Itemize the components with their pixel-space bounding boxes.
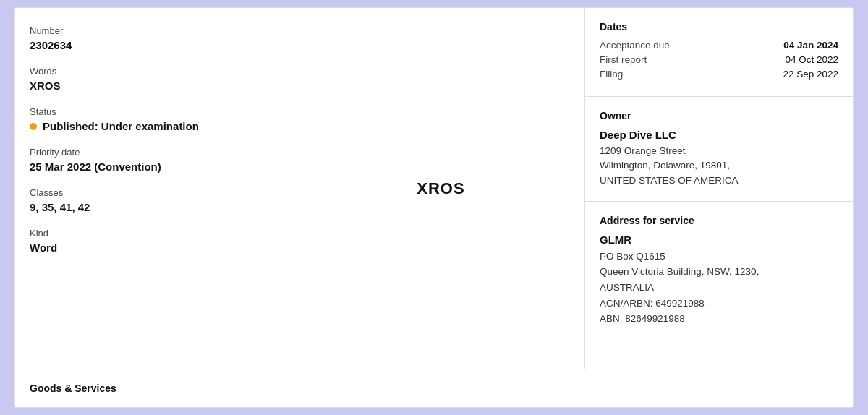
goods-services-title: Goods & Services — [30, 382, 838, 394]
service-line3: AUSTRALIA — [600, 282, 654, 293]
kind-group: Kind Word — [30, 228, 282, 254]
number-value: 2302634 — [30, 39, 282, 51]
filing-label: Filing — [600, 69, 623, 80]
kind-value: Word — [30, 241, 282, 254]
number-label: Number — [30, 25, 282, 36]
owner-address-line1: 1209 Orange Street — [600, 145, 686, 156]
dates-title: Dates — [600, 21, 838, 33]
service-section: Address for service GLMR PO Box Q1615 Qu… — [585, 202, 853, 340]
owner-section: Owner Deep Dive LLC 1209 Orange Street W… — [585, 97, 853, 202]
service-title: Address for service — [600, 215, 838, 226]
bottom-section: Goods & Services — [15, 369, 853, 407]
status-value: Published: Under examination — [43, 120, 199, 132]
service-address: PO Box Q1615 Queen Victoria Building, NS… — [600, 249, 838, 327]
priority-value: 25 Mar 2022 (Convention) — [30, 161, 282, 173]
priority-label: Priority date — [30, 147, 282, 158]
dates-section: Dates Acceptance due 04 Jan 2024 First r… — [585, 8, 853, 97]
first-report-label: First report — [600, 54, 647, 65]
status-dot-icon — [30, 123, 37, 130]
filing-value: 22 Sep 2022 — [783, 69, 838, 80]
classes-value: 9, 35, 41, 42 — [30, 201, 282, 213]
owner-address-line2: Wilmington, Delaware, 19801, — [600, 160, 730, 171]
left-panel: Number 2302634 Words XROS Status Publish… — [15, 8, 297, 369]
dates-table: Acceptance due 04 Jan 2024 First report … — [600, 40, 838, 80]
words-label: Words — [30, 66, 282, 77]
status-label: Status — [30, 106, 282, 117]
trademark-display: XROS — [417, 179, 464, 198]
classes-group: Classes 9, 35, 41, 42 — [30, 187, 282, 213]
acceptance-value: 04 Jan 2024 — [783, 40, 838, 51]
service-line1: PO Box Q1615 — [600, 251, 665, 262]
owner-name: Deep Dive LLC — [600, 129, 838, 141]
service-name: GLMR — [600, 234, 838, 246]
status-row: Published: Under examination — [30, 120, 282, 132]
acceptance-label: Acceptance due — [600, 40, 670, 51]
classes-label: Classes — [30, 187, 282, 198]
filing-row: Filing 22 Sep 2022 — [600, 69, 838, 80]
priority-group: Priority date 25 Mar 2022 (Convention) — [30, 147, 282, 173]
service-line4: ACN/ARBN: 649921988 — [600, 298, 705, 309]
words-value: XROS — [30, 80, 282, 92]
status-group: Status Published: Under examination — [30, 106, 282, 132]
acceptance-row: Acceptance due 04 Jan 2024 — [600, 40, 838, 51]
service-line2: Queen Victoria Building, NSW, 1230, — [600, 266, 759, 277]
main-card: Number 2302634 Words XROS Status Publish… — [14, 7, 854, 408]
number-group: Number 2302634 — [30, 25, 282, 51]
owner-address-line3: UNITED STATES OF AMERICA — [600, 175, 739, 186]
center-panel: XROS — [297, 8, 585, 369]
first-report-value: 04 Oct 2022 — [785, 54, 838, 65]
words-group: Words XROS — [30, 66, 282, 92]
owner-address: 1209 Orange Street Wilmington, Delaware,… — [600, 144, 838, 188]
right-panel: Dates Acceptance due 04 Jan 2024 First r… — [585, 8, 853, 369]
owner-title: Owner — [600, 110, 838, 121]
main-content-area: Number 2302634 Words XROS Status Publish… — [15, 8, 853, 369]
first-report-row: First report 04 Oct 2022 — [600, 54, 838, 65]
kind-label: Kind — [30, 228, 282, 239]
service-line5: ABN: 82649921988 — [600, 313, 685, 324]
